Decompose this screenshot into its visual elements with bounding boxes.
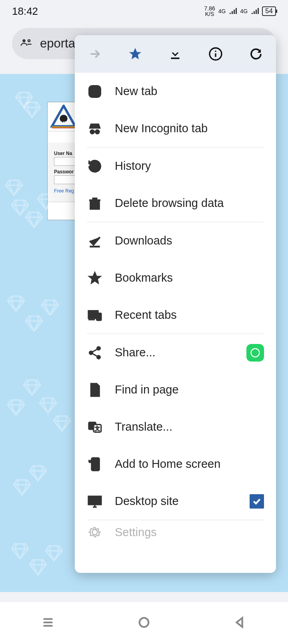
share-icon (87, 345, 103, 361)
signal-icon-1 (229, 5, 237, 18)
svg-text:文: 文 (95, 425, 100, 431)
menu-label: History (115, 159, 264, 173)
download-done-icon (87, 233, 103, 249)
svg-point-15 (96, 130, 100, 134)
devices-icon (87, 307, 103, 323)
url-text: eporta (40, 36, 75, 51)
browser-menu: New tab New Incognito tab History Delete… (75, 35, 276, 573)
plus-square-icon (87, 83, 103, 99)
svg-rect-24 (97, 313, 101, 320)
find-in-page-icon (87, 382, 103, 398)
reload-button[interactable] (244, 42, 268, 66)
forward-button[interactable] (83, 42, 107, 66)
svg-rect-39 (88, 496, 101, 505)
svg-text:UNBS: UNBS (57, 121, 71, 126)
svg-point-26 (89, 351, 93, 355)
svg-point-1 (28, 40, 30, 42)
trash-icon (87, 195, 103, 211)
menu-label: New Incognito tab (115, 122, 264, 135)
status-time: 18:42 (12, 5, 38, 18)
status-bar: 18:42 7.86 K/S 4G 4G 54 (0, 0, 288, 22)
whatsapp-business-icon: B (246, 344, 264, 362)
svg-point-32 (92, 388, 97, 393)
nav-recent[interactable] (41, 616, 55, 631)
svg-line-28 (92, 349, 97, 352)
status-right: 7.86 K/S 4G 4G 54 (204, 5, 276, 18)
svg-point-25 (97, 346, 101, 350)
svg-point-45 (140, 618, 149, 627)
svg-point-14 (90, 130, 94, 134)
free-registration-link[interactable]: Free Reg (54, 188, 74, 194)
menu-label: Recent tabs (115, 308, 264, 322)
menu-bookmarks[interactable]: Bookmarks (75, 259, 276, 296)
translate-icon: G文 (87, 419, 103, 435)
nav-home[interactable] (137, 616, 151, 631)
menu-label: Downloads (115, 234, 264, 247)
menu-desktop-site[interactable]: Desktop site (75, 483, 276, 520)
menu-add-home[interactable]: Add to Home screen (75, 445, 276, 483)
menu-label: Translate... (115, 420, 264, 433)
battery-icon: 54 (262, 6, 276, 16)
svg-point-10 (215, 50, 216, 52)
menu-label: Share... (115, 346, 234, 359)
menu-label: Desktop site (115, 495, 238, 508)
svg-rect-2 (28, 44, 32, 45)
menu-history[interactable]: History (75, 147, 276, 185)
svg-rect-5 (52, 126, 75, 127)
add-to-home-icon (87, 456, 103, 472)
menu-share[interactable]: Share... B (75, 334, 276, 371)
menu-action-row (75, 35, 276, 73)
svg-line-29 (92, 354, 97, 356)
svg-point-27 (97, 355, 101, 359)
svg-point-0 (22, 39, 26, 42)
menu-label: Add to Home screen (115, 457, 264, 471)
svg-rect-38 (92, 458, 99, 471)
menu-label: Settings (115, 526, 264, 539)
gear-icon (87, 524, 103, 540)
sim1-label: 4G (218, 8, 226, 14)
svg-text:B: B (253, 350, 257, 356)
svg-rect-6 (52, 127, 75, 128)
unbs-logo: UNBS (50, 105, 77, 129)
info-button[interactable] (204, 42, 228, 66)
history-icon (87, 158, 103, 174)
signal-icon-2 (251, 5, 259, 18)
net-speed: 7.86 K/S (204, 6, 215, 17)
incognito-icon (87, 121, 103, 137)
svg-text:G: G (90, 423, 94, 429)
sim2-label: 4G (240, 8, 248, 14)
menu-label: New tab (115, 85, 264, 98)
nav-bar (0, 602, 288, 644)
desktop-icon (87, 493, 103, 509)
nav-back[interactable] (233, 616, 247, 631)
svg-rect-7 (171, 58, 180, 59)
menu-new-tab[interactable]: New tab (75, 73, 276, 110)
star-icon (87, 270, 103, 286)
account-switch-icon (20, 37, 32, 50)
svg-rect-17 (90, 200, 99, 209)
menu-delete-data[interactable]: Delete browsing data (75, 185, 276, 222)
menu-label: Find in page (115, 383, 264, 396)
menu-translate[interactable]: G文 Translate... (75, 408, 276, 445)
menu-label: Bookmarks (115, 271, 264, 284)
menu-find[interactable]: Find in page (75, 371, 276, 408)
menu-recent-tabs[interactable]: Recent tabs (75, 296, 276, 334)
menu-label: Delete browsing data (115, 197, 264, 210)
bookmark-button[interactable] (123, 42, 147, 66)
menu-settings[interactable]: Settings (75, 520, 276, 544)
menu-incognito[interactable]: New Incognito tab (75, 110, 276, 147)
desktop-checkbox[interactable] (250, 494, 264, 509)
menu-downloads[interactable]: Downloads (75, 222, 276, 259)
download-button[interactable] (163, 42, 187, 66)
